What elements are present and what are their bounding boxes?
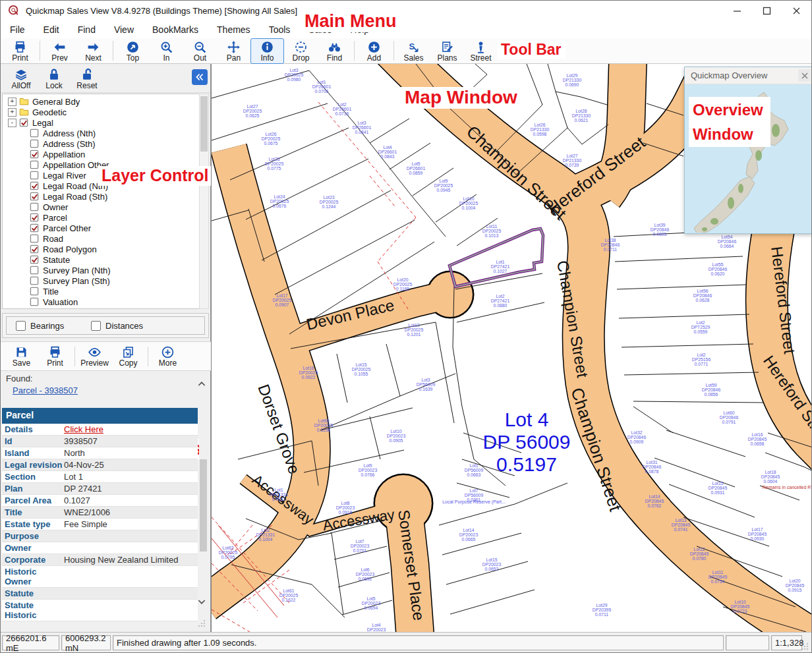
checkbox-icon[interactable] (91, 321, 101, 331)
folder-icon[interactable] (19, 308, 29, 309)
annotation-map-window: Map Window (401, 87, 521, 109)
found-parcel-link[interactable]: Parcel - 3938507 (13, 385, 78, 395)
overview-close-button[interactable] (798, 69, 811, 82)
checkbox-icon[interactable] (30, 139, 40, 148)
checkbox-icon[interactable] (30, 150, 40, 159)
layer-item-other[interactable]: +Other (3, 307, 199, 309)
minimize-button[interactable] (722, 1, 752, 20)
collapse-panel-button[interactable] (192, 69, 208, 85)
checkbox-icon[interactable] (30, 192, 40, 201)
tree-expander-icon[interactable]: + (8, 308, 16, 310)
panel-resize-grip[interactable] (197, 619, 206, 628)
layer-label: Legal Road (Sth) (43, 192, 107, 202)
layer-tree-scrollbar[interactable] (199, 94, 209, 309)
details-preview-button[interactable]: Preview (78, 343, 111, 369)
checkbox-icon[interactable] (30, 255, 40, 264)
details-scrollbar[interactable] (199, 420, 208, 650)
menu-view[interactable]: View (105, 22, 143, 38)
toolbar-next-button[interactable]: Next (76, 38, 110, 64)
field-label: Statute (2, 588, 63, 599)
zoom-out-icon (193, 40, 207, 54)
toolbar-separator (393, 41, 394, 61)
checkbox-icon[interactable] (30, 234, 40, 243)
checkbox-icon[interactable] (30, 213, 40, 222)
plans-icon (440, 40, 454, 54)
tree-expander-icon[interactable]: - (8, 119, 16, 127)
layer-alloff-button[interactable]: AllOff (5, 65, 38, 92)
annotation-main-menu: Main Menu (301, 11, 401, 32)
toolbar-add-button[interactable]: Add (357, 38, 391, 64)
field-value[interactable]: Click Here (63, 424, 198, 435)
checkbox-icon[interactable] (30, 297, 40, 306)
checkbox-icon[interactable] (30, 244, 40, 254)
toolbar-print-button[interactable]: Print (3, 38, 37, 64)
toolbar-info-button[interactable]: Info (250, 38, 284, 64)
option-bearings-checkbox[interactable]: Bearings (16, 321, 82, 331)
layer-item-legal[interactable]: -Legal (3, 117, 199, 128)
toolbar-top-button[interactable]: Top (116, 38, 150, 64)
toolbar-pan-button[interactable]: Pan (217, 38, 250, 64)
layer-reset-button[interactable]: Reset (71, 65, 103, 92)
layer-lock-button[interactable]: Lock (38, 65, 71, 92)
toolbar-in-button[interactable]: In (150, 38, 183, 64)
layer-item-address-nth-[interactable]: Address (Nth) (3, 128, 199, 138)
toolbar-sales-button[interactable]: SSales (397, 38, 430, 64)
close-button[interactable] (782, 1, 811, 20)
menu-edit[interactable]: Edit (34, 22, 69, 38)
layer-item-title[interactable]: Title (3, 286, 199, 297)
details-scroll-down[interactable] (196, 596, 208, 608)
layer-label: Parcel (43, 213, 67, 223)
option-distances-checkbox[interactable]: Distances (91, 321, 157, 331)
details-copy-button[interactable]: Copy (111, 343, 145, 369)
layer-item-general-bdy[interactable]: +General Bdy (3, 96, 199, 107)
checkbox-icon[interactable] (30, 171, 40, 180)
folder-icon[interactable] (19, 107, 29, 117)
toolbar-street-button[interactable]: Street (464, 38, 498, 64)
layer-item-owner[interactable]: Owner (3, 202, 199, 212)
menu-tools[interactable]: Tools (260, 22, 300, 38)
layer-item-survey-plan-nth-[interactable]: Survey Plan (Nth) (3, 265, 199, 275)
checkbox-icon[interactable] (19, 118, 29, 127)
checkbox-icon[interactable] (30, 266, 40, 275)
layer-item-address-sth-[interactable]: Address (Sth) (3, 138, 199, 149)
toolbar-drop-button[interactable]: Drop (284, 38, 318, 64)
layer-item-road-polygon[interactable]: Road Polygon (3, 244, 199, 254)
parcel-row-parcel-area: Parcel Area0.1027 (2, 495, 198, 507)
window-resize-grip[interactable] (800, 642, 809, 651)
layer-item-parcel[interactable]: Parcel (3, 212, 199, 223)
tree-expander-icon[interactable]: + (8, 98, 16, 106)
details-scroll-up[interactable] (196, 379, 208, 391)
layer-item-geodetic[interactable]: +Geodetic (3, 107, 199, 117)
layer-item-parcel-other[interactable]: Parcel Other (3, 223, 199, 233)
layer-item-road[interactable]: Road (3, 233, 199, 244)
checkbox-icon[interactable] (30, 287, 40, 296)
checkbox-icon[interactable] (30, 223, 40, 233)
toolbar-find-button[interactable]: Find (318, 38, 351, 64)
checkbox-icon[interactable] (30, 276, 40, 285)
checkbox-icon[interactable] (30, 160, 40, 169)
menu-themes[interactable]: Themes (208, 22, 260, 38)
layer-item-appellation[interactable]: Appellation (3, 149, 199, 159)
layer-item-valuation[interactable]: Valuation (3, 297, 199, 307)
overview-window[interactable]: Quickmap Overview (684, 67, 812, 234)
layer-item-statute[interactable]: Statute (3, 254, 199, 265)
layer-item-legal-road-sth-[interactable]: Legal Road (Sth) (3, 191, 199, 202)
checkbox-icon[interactable] (30, 128, 40, 138)
checkbox-icon[interactable] (30, 202, 40, 212)
details-save-button[interactable]: Save (5, 343, 38, 369)
menu-file[interactable]: File (1, 22, 34, 38)
parcel-row-section: SectionLot 1 (2, 471, 198, 483)
folder-icon[interactable] (19, 97, 29, 106)
details-more-button[interactable]: More (151, 343, 185, 369)
tree-expander-icon[interactable]: + (8, 108, 16, 117)
menu-find[interactable]: Find (69, 22, 105, 38)
checkbox-icon[interactable] (16, 321, 26, 331)
toolbar-out-button[interactable]: Out (183, 38, 217, 64)
maximize-button[interactable] (752, 1, 782, 20)
checkbox-icon[interactable] (30, 181, 40, 190)
toolbar-plans-button[interactable]: Plans (430, 38, 464, 64)
layer-item-survey-plan-sth-[interactable]: Survey Plan (Sth) (3, 275, 199, 286)
menu-bookmarks[interactable]: BookMarks (143, 22, 208, 38)
details-print-button[interactable]: Print (38, 343, 72, 369)
toolbar-prev-button[interactable]: Prev (43, 38, 76, 64)
